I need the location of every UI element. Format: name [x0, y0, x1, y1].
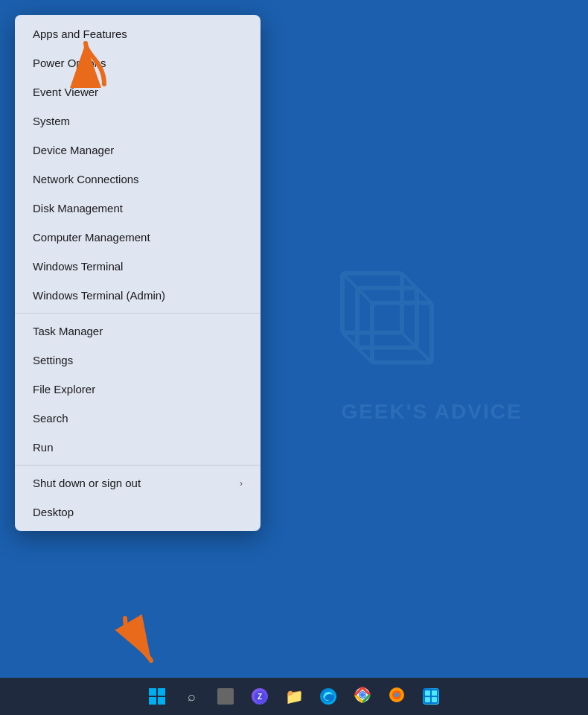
taskbar-edge-button[interactable]: [313, 681, 344, 712]
menu-item-windows-terminal-admin[interactable]: Windows Terminal (Admin): [15, 281, 261, 310]
desktop: GEEK'S ADVICE Apps and FeaturesPower Opt…: [0, 0, 588, 715]
menu-item-device-manager[interactable]: Device Manager: [15, 136, 261, 165]
svg-rect-25: [425, 690, 430, 696]
watermark-text: GEEK'S ADVICE: [341, 400, 522, 424]
menu-item-label-search: Search: [33, 412, 68, 425]
svg-text:Z: Z: [258, 693, 262, 701]
menu-item-network-connections[interactable]: Network Connections: [15, 165, 261, 194]
svg-rect-12: [158, 697, 165, 705]
svg-point-20: [360, 693, 365, 697]
svg-rect-10: [158, 688, 165, 696]
menu-item-desktop[interactable]: Desktop: [15, 498, 261, 527]
firefox-icon: [389, 687, 405, 706]
menu-item-system[interactable]: System: [15, 107, 261, 136]
menu-item-label-shut-down: Shut down or sign out: [33, 477, 141, 489]
menu-item-label-windows-terminal-admin: Windows Terminal (Admin): [33, 289, 165, 302]
top-arrow: [78, 36, 130, 88]
svg-rect-26: [432, 690, 437, 696]
taskview-icon: [217, 688, 234, 705]
chrome-icon: [354, 687, 371, 706]
menu-item-label-network-connections: Network Connections: [33, 173, 139, 185]
start-button[interactable]: [141, 681, 173, 712]
menu-item-label-file-explorer: File Explorer: [33, 383, 95, 395]
watermark-logo: GEEK'S ADVICE: [335, 258, 528, 424]
taskbar-chrome-button[interactable]: [347, 681, 378, 712]
menu-item-apps-features[interactable]: Apps and Features: [15, 19, 261, 48]
menu-item-label-settings: Settings: [33, 354, 73, 366]
taskbar-store-button[interactable]: [415, 681, 447, 712]
svg-rect-28: [432, 697, 437, 702]
taskbar-fileexplorer-button[interactable]: 📁: [278, 681, 310, 712]
menu-item-event-viewer[interactable]: Event Viewer: [15, 77, 261, 107]
chevron-right-icon: ›: [240, 478, 243, 489]
menu-item-label-device-manager: Device Manager: [33, 144, 114, 156]
zoom-icon: Z: [252, 688, 268, 705]
svg-rect-9: [149, 688, 156, 696]
svg-rect-11: [149, 697, 156, 705]
menu-item-label-run: Run: [33, 441, 54, 454]
menu-item-task-manager[interactable]: Task Manager: [15, 317, 261, 346]
menu-item-file-explorer[interactable]: File Explorer: [15, 375, 261, 404]
menu-item-label-system: System: [33, 115, 70, 127]
svg-point-23: [394, 693, 399, 697]
taskbar-firefox-button[interactable]: [381, 681, 412, 712]
menu-item-computer-management[interactable]: Computer Management: [15, 223, 261, 252]
menu-item-run[interactable]: Run: [15, 433, 261, 462]
menu-item-label-windows-terminal: Windows Terminal: [33, 260, 123, 273]
menu-item-label-task-manager: Task Manager: [33, 325, 103, 337]
menu-item-shut-down[interactable]: Shut down or sign out›: [15, 468, 261, 498]
menu-item-power-options[interactable]: Power Options: [15, 48, 261, 77]
edge-icon: [320, 688, 336, 705]
taskbar-taskview-button[interactable]: [210, 681, 241, 712]
taskbar-zoom-button[interactable]: Z: [244, 681, 275, 712]
search-icon: ⌕: [188, 689, 196, 705]
context-menu: Apps and FeaturesPower OptionsEvent View…: [15, 15, 261, 531]
menu-item-label-disk-management: Disk Management: [33, 202, 123, 214]
taskbar: ⌕ Z 📁: [0, 678, 588, 715]
bottom-arrow: [110, 614, 166, 667]
folder-icon: 📁: [285, 687, 304, 705]
menu-item-label-computer-management: Computer Management: [33, 231, 150, 244]
menu-item-label-desktop: Desktop: [33, 506, 74, 518]
menu-item-search[interactable]: Search: [15, 404, 261, 433]
menu-item-settings[interactable]: Settings: [15, 346, 261, 375]
menu-divider: [15, 465, 261, 465]
windows-logo-icon: [148, 687, 166, 705]
menu-item-windows-terminal[interactable]: Windows Terminal: [15, 252, 261, 281]
menu-divider: [15, 313, 261, 314]
svg-rect-27: [425, 697, 430, 702]
menu-item-disk-management[interactable]: Disk Management: [15, 194, 261, 223]
store-icon: [423, 688, 439, 705]
taskbar-search-button[interactable]: ⌕: [176, 681, 207, 712]
